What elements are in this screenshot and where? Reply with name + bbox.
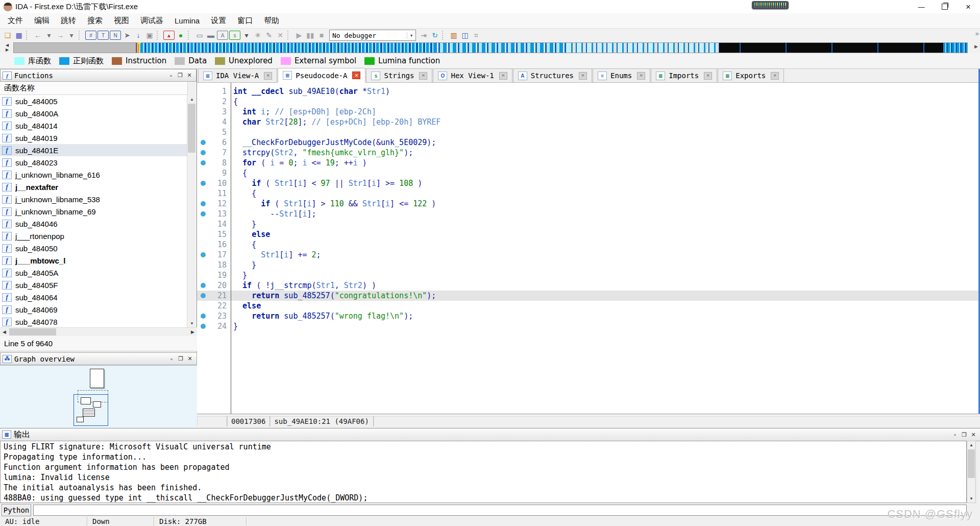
function-list-item[interactable]: fsub_48405A (0, 267, 188, 279)
function-list-horizontal-scrollbar[interactable]: ◀ ▶ (0, 327, 197, 337)
chevron-down-icon[interactable]: ▾ (407, 32, 415, 39)
menu-item-窗口[interactable]: 窗口 (232, 14, 258, 27)
function-list-item[interactable]: fj___rtonenpop (0, 230, 188, 242)
tab-close-icon[interactable]: ✕ (352, 71, 360, 79)
python-button[interactable]: Python (2, 504, 31, 516)
close-button[interactable]: ✕ (957, 0, 980, 13)
menu-item-编辑[interactable]: 编辑 (29, 14, 55, 27)
code-line-17[interactable]: 17 Str1[i] += 2; (197, 250, 980, 260)
navband-scroll-arrows[interactable]: ◀▶ (3, 42, 11, 53)
scroll-down-icon[interactable]: ▼ (187, 319, 197, 327)
create-data-icon[interactable]: ▬ (206, 30, 216, 40)
step-attach-icon[interactable]: ⇥ (419, 30, 429, 40)
delete-icon[interactable]: ✕ (275, 30, 285, 40)
scrollbar-thumb[interactable] (968, 449, 975, 478)
function-list-item[interactable]: fsub_484023 (0, 156, 188, 169)
function-list-item[interactable]: fj__nextafter (0, 181, 188, 193)
tab-ida-view-a[interactable]: ≣IDA View-A✕ (198, 68, 277, 82)
analysis-indicator-icon[interactable]: ● (176, 30, 186, 40)
patch-icon[interactable]: ✳ (253, 30, 263, 40)
navigate-forward-icon[interactable]: → (55, 30, 65, 40)
output-scrollbar[interactable]: ▲ ▼ (967, 441, 976, 503)
code-line-2[interactable]: 2{ (197, 97, 980, 107)
navband-strip[interactable] (13, 42, 968, 53)
code-line-18[interactable]: 18 } (197, 260, 980, 270)
function-list-vertical-scrollbar[interactable]: ▲ ▼ (187, 95, 197, 327)
code-line-4[interactable]: 4 char Str2[28]; // [esp+DCh] [ebp-20h] … (197, 117, 980, 127)
code-line-10[interactable]: 10 if ( Str1[i] < 97 || Str1[i] >= 108 ) (197, 178, 980, 188)
pseudocode-view[interactable]: 1int __cdecl sub_49AE10(char *Str1)2{3 i… (197, 83, 980, 414)
search-text-icon[interactable]: T (97, 31, 109, 40)
python-input[interactable] (33, 505, 967, 516)
toolbar-overflow-icon[interactable]: » (975, 30, 979, 37)
debug-stop-icon[interactable]: ■ (316, 30, 327, 40)
function-list-item[interactable]: fsub_48401E (0, 144, 188, 156)
output-close-button[interactable]: ✕ (969, 431, 978, 439)
menu-item-帮助[interactable]: 帮助 (258, 14, 285, 27)
search-binary-icon[interactable]: # (85, 31, 96, 40)
code-line-5[interactable]: 5 (197, 127, 980, 137)
code-line-8[interactable]: 8 for ( i = 0; i <= 19; ++i ) (197, 158, 980, 168)
tab-close-icon[interactable]: ✕ (771, 72, 779, 80)
analysis-problem-icon[interactable]: ▲ (163, 31, 175, 40)
code-line-23[interactable]: 23 return sub_485257("wrong flag!\n"); (197, 311, 980, 321)
output-float-button[interactable]: ❐ (960, 431, 969, 439)
function-list-item[interactable]: fsub_484019 (0, 132, 188, 144)
jump-address-icon[interactable]: ↓ (133, 30, 143, 40)
edit-icon[interactable]: ✎ (264, 30, 274, 40)
function-list-item[interactable]: fsub_484005 (0, 95, 188, 107)
code-line-20[interactable]: 20 if ( !j__strcmp(Str1, Str2) ) (197, 280, 980, 291)
code-line-16[interactable]: 16 { (197, 240, 980, 250)
forward-history-dropdown-icon[interactable]: ▾ (66, 30, 77, 40)
scroll-down-icon[interactable]: ▼ (967, 495, 975, 503)
function-list-item[interactable]: fsub_484078 (0, 316, 188, 327)
code-line-7[interactable]: 7 strcpy(Str2, "fmesh{umkc_vlrn_glh}"); (197, 148, 980, 158)
save-icon[interactable]: ▦ (14, 30, 24, 40)
lumina-user-icon[interactable]: ◫ (460, 30, 470, 40)
menu-item-跳转[interactable]: 跳转 (55, 14, 82, 27)
graph-float-button[interactable]: ❐ (176, 355, 185, 363)
tab-strings[interactable]: sStrings✕ (366, 68, 432, 82)
scroll-up-icon[interactable]: ▲ (187, 95, 197, 103)
menu-item-视图[interactable]: 视图 (108, 14, 135, 27)
string-dropdown-icon[interactable]: ▾ (241, 30, 252, 40)
function-list-item[interactable]: fsub_484064 (0, 291, 188, 303)
rename-icon[interactable]: A (217, 31, 228, 40)
output-log[interactable]: Using FLIRT signature: Microsoft VisualC… (0, 441, 967, 503)
debug-start-icon[interactable]: ▶ (294, 30, 304, 40)
function-list-item[interactable]: fj_unknown_libname_69 (0, 205, 188, 218)
code-line-24[interactable]: 24} (197, 321, 980, 331)
code-line-14[interactable]: 14 } (197, 219, 980, 229)
navigate-back-icon[interactable]: ← (33, 30, 43, 40)
tab-structures[interactable]: AStructures✕ (513, 68, 592, 82)
code-line-9[interactable]: 9 { (197, 168, 980, 178)
code-line-11[interactable]: 11 { (197, 188, 980, 199)
tab-enums[interactable]: ≡Enums✕ (593, 68, 650, 82)
refresh-icon[interactable]: ↻ (430, 30, 440, 40)
tab-close-icon[interactable]: ✕ (499, 72, 507, 80)
minimize-button[interactable]: — (910, 0, 933, 13)
search-next-icon[interactable]: ➤ (122, 30, 132, 40)
graph-close-button[interactable]: ✕ (185, 355, 194, 363)
scrollbar-thumb[interactable] (188, 104, 195, 153)
code-line-22[interactable]: 22 else (197, 301, 980, 311)
navband-toggle-icon[interactable]: ▥ (449, 30, 459, 40)
back-history-dropdown-icon[interactable]: ▾ (44, 30, 54, 40)
create-code-icon[interactable]: ▭ (194, 30, 205, 40)
scroll-left-icon[interactable]: ◀ (0, 328, 9, 336)
tab-exports[interactable]: ≣Exports✕ (718, 68, 784, 82)
function-list-item[interactable]: fsub_484046 (0, 218, 188, 230)
open-file-icon[interactable]: ❏ (3, 30, 13, 40)
tab-close-icon[interactable]: ✕ (264, 72, 272, 80)
functions-close-button[interactable]: ✕ (185, 71, 194, 80)
debugger-selector[interactable]: No debugger▾ (329, 30, 416, 41)
code-line-13[interactable]: 13 --Str1[i]; (197, 209, 980, 219)
menu-item-Lumina[interactable]: Lumina (169, 15, 205, 27)
search-immediate-icon[interactable]: N (110, 31, 121, 40)
scroll-up-icon[interactable]: ▲ (967, 441, 975, 449)
tab-close-icon[interactable]: ✕ (579, 72, 587, 80)
tab-pseudocode-a[interactable]: ≣Pseudocode-A✕ (278, 68, 365, 82)
function-list-item[interactable]: fsub_48400A (0, 107, 188, 119)
lock-icon[interactable]: ▣ (144, 30, 155, 40)
functions-float-button[interactable]: ❐ (176, 71, 185, 80)
